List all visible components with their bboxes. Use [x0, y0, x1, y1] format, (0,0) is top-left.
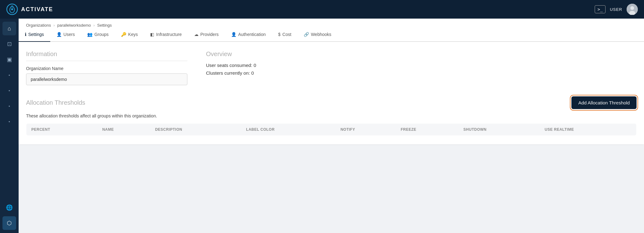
sidebar-item-dot3[interactable]: ● [2, 99, 16, 113]
home-icon: ⌂ [8, 25, 11, 32]
allocation-header: Allocation Thresholds Add Allocation Thr… [26, 96, 637, 109]
inbox-icon: ⊡ [7, 41, 12, 47]
tab-settings[interactable]: ℹ Settings [19, 28, 50, 42]
tab-settings-label: Settings [28, 32, 44, 37]
main-layout: ⌂ ⊡ ▣ ● ● ● ● 🌐 ⬡ [0, 19, 644, 233]
globe-icon: 🌐 [6, 204, 13, 211]
tab-infrastructure[interactable]: ◧ Infrastructure [144, 28, 188, 42]
sidebar-item-dot2[interactable]: ● [2, 84, 16, 97]
col-label-color: LABEL COLOR [241, 124, 335, 136]
tab-groups[interactable]: 👥 Groups [81, 28, 115, 42]
authentication-tab-icon: 👤 [231, 32, 236, 37]
sidebar-item-dot4[interactable]: ● [2, 115, 16, 128]
breadcrumb-org-name[interactable]: parallelworksdemo [57, 23, 91, 28]
app-title: ACTIVATE [21, 6, 53, 13]
dot1-icon: ● [9, 74, 10, 77]
tab-providers[interactable]: ☁ Providers [188, 28, 225, 42]
sidebar-item-globe[interactable]: 🌐 [2, 201, 16, 214]
tab-keys-label: Keys [128, 32, 138, 37]
settings-tab-icon: ℹ [25, 32, 26, 37]
dot3-icon: ● [9, 105, 10, 108]
col-shutdown: SHUTDOWN [458, 124, 540, 136]
bottom-icon: ⬡ [7, 220, 12, 226]
clusters-on-item: Clusters currently on: 0 [206, 70, 637, 76]
breadcrumb-sep1: › [53, 23, 55, 28]
breadcrumb: Organizations › parallelworksdemo › Sett… [19, 19, 644, 28]
tab-webhooks-label: Webhooks [311, 32, 331, 37]
tab-providers-label: Providers [200, 32, 219, 37]
tab-groups-label: Groups [94, 32, 109, 37]
sidebar-item-bottom[interactable]: ⬡ [2, 216, 16, 230]
page-card: Organizations › parallelworksdemo › Sett… [19, 19, 644, 144]
allocation-section: Allocation Thresholds Add Allocation Thr… [26, 96, 637, 136]
allocation-description: These allocation thresholds affect all g… [26, 113, 637, 118]
infrastructure-tab-icon: ◧ [150, 32, 154, 37]
panel-icon: ▣ [7, 56, 12, 63]
brand: ACTIVATE [6, 3, 53, 15]
information-title: Information [26, 51, 187, 61]
user-label: USER [610, 7, 622, 12]
tab-webhooks[interactable]: 🔗 Webhooks [297, 28, 338, 42]
breadcrumb-organizations[interactable]: Organizations [26, 23, 51, 28]
user-seats-item: User seats consumed: 0 [206, 63, 637, 68]
allocation-title: Allocation Thresholds [26, 99, 85, 106]
tab-cost-label: Cost [282, 32, 291, 37]
col-use-realtime: USE REALTIME [540, 124, 637, 136]
breadcrumb-settings[interactable]: Settings [97, 23, 112, 28]
overview-section: Overview User seats consumed: 0 Clusters… [206, 51, 637, 85]
breadcrumb-sep2: › [93, 23, 95, 28]
tab-cost[interactable]: $ Cost [272, 28, 298, 42]
groups-tab-icon: 👥 [87, 32, 92, 37]
org-name-input[interactable] [26, 73, 187, 85]
add-allocation-threshold-button[interactable]: Add Allocation Threshold [571, 96, 637, 109]
col-name: NAME [97, 124, 150, 136]
info-overview-section: Information Organization Name Overview U… [26, 51, 637, 85]
avatar [627, 4, 638, 15]
sidebar-item-dot1[interactable]: ● [2, 68, 16, 82]
cost-tab-icon: $ [278, 32, 281, 37]
sidebar: ⌂ ⊡ ▣ ● ● ● ● 🌐 ⬡ [0, 19, 19, 233]
sidebar-item-inbox[interactable]: ⊡ [2, 37, 16, 51]
keys-tab-icon: 🔑 [121, 32, 126, 37]
col-notify: NOTIFY [336, 124, 396, 136]
tabs-bar: ℹ Settings 👤 Users 👥 Groups 🔑 Keys ◧ [19, 28, 644, 42]
content-area: Organizations › parallelworksdemo › Sett… [19, 19, 644, 233]
sidebar-item-panel[interactable]: ▣ [2, 53, 16, 66]
sidebar-item-home[interactable]: ⌂ [2, 22, 16, 35]
tab-keys[interactable]: 🔑 Keys [115, 28, 144, 42]
col-freeze: FREEZE [396, 124, 458, 136]
navbar: ACTIVATE >_ USER [0, 0, 644, 19]
logo-icon [6, 3, 18, 15]
inner-content: Information Organization Name Overview U… [19, 42, 644, 144]
sidebar-bottom: 🌐 ⬡ [2, 201, 16, 230]
tab-users-label: Users [64, 32, 75, 37]
terminal-button[interactable]: >_ [595, 5, 606, 13]
overview-title: Overview [206, 51, 637, 58]
threshold-table: PERCENT NAME DESCRIPTION LABEL COLOR NOT… [26, 123, 637, 136]
information-section: Information Organization Name [26, 51, 187, 85]
col-description: DESCRIPTION [150, 124, 241, 136]
org-name-label: Organization Name [26, 66, 187, 71]
webhooks-tab-icon: 🔗 [304, 32, 309, 37]
navbar-right: >_ USER [595, 4, 638, 15]
svg-point-3 [630, 6, 634, 10]
tab-authentication-label: Authentication [238, 32, 266, 37]
users-tab-icon: 👤 [56, 32, 62, 37]
tab-authentication[interactable]: 👤 Authentication [225, 28, 272, 42]
col-percent: PERCENT [26, 124, 97, 136]
tab-infrastructure-label: Infrastructure [156, 32, 181, 37]
dot4-icon: ● [9, 120, 10, 123]
tab-users[interactable]: 👤 Users [50, 28, 81, 42]
providers-tab-icon: ☁ [194, 32, 199, 37]
dot2-icon: ● [9, 89, 10, 92]
